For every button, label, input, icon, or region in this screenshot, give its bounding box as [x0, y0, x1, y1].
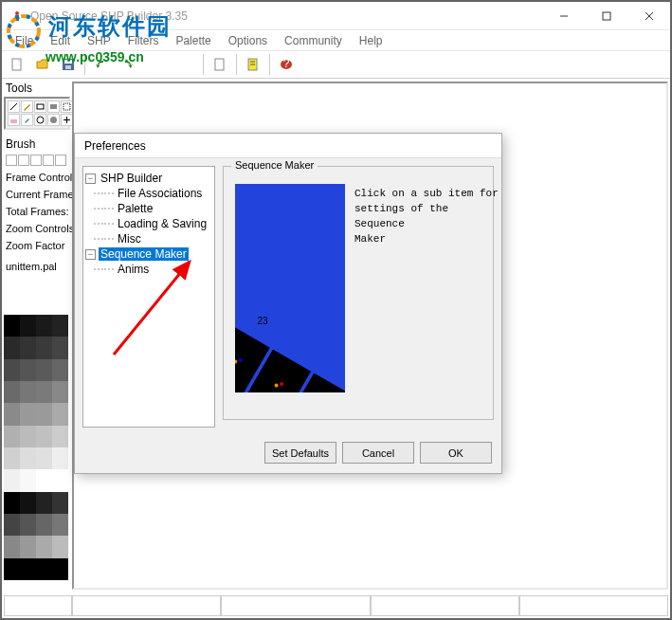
menu-community[interactable]: Community [277, 32, 350, 49]
minimize-button[interactable] [542, 2, 585, 29]
zoom-factor-label: Zoom Factor [4, 236, 70, 253]
collapse-icon[interactable]: − [85, 173, 96, 184]
help-icon[interactable]: ? [275, 53, 298, 76]
status-cell [221, 595, 370, 616]
svg-rect-19 [64, 103, 70, 110]
tool-line-icon[interactable] [8, 100, 20, 113]
tool-erase-icon[interactable] [8, 114, 20, 126]
left-pane: Tools Brush Frame Controls: Current Fram… [4, 80, 70, 274]
undo-icon[interactable] [90, 53, 113, 76]
status-cell [371, 595, 519, 616]
svg-rect-18 [50, 104, 57, 109]
status-cell [4, 595, 72, 616]
brush-size-2[interactable] [18, 155, 29, 166]
tree-label: Misc [116, 232, 143, 246]
sequence-maker-group: Sequence Maker 30 23 Click on a sub item… [223, 166, 494, 420]
svg-point-0 [15, 11, 19, 15]
new-file-icon[interactable] [6, 53, 28, 76]
tree-node-sequence-maker[interactable]: − Sequence Maker [85, 246, 212, 262]
tree-label-selected: Sequence Maker [99, 247, 189, 261]
palette-filename: unittem.pal [4, 259, 70, 274]
palette[interactable] [4, 315, 68, 580]
toolbar-separator [84, 54, 85, 75]
tools-label: Tools [4, 80, 70, 97]
maximize-button[interactable] [585, 2, 627, 29]
tree-branch-icon: ⋯⋯ [93, 232, 114, 246]
tool-fillrect-icon[interactable] [47, 100, 60, 113]
redo-icon[interactable] [116, 53, 138, 76]
tree-node-anims[interactable]: ⋯⋯Anims [85, 262, 212, 277]
tool-circle-icon[interactable] [34, 114, 46, 126]
tool-dropper-icon[interactable] [21, 114, 33, 126]
new-doc-icon[interactable] [209, 53, 231, 76]
status-cell [519, 595, 668, 616]
brush-size-4[interactable] [43, 155, 54, 166]
toolbar-separator [236, 54, 237, 75]
svg-rect-20 [10, 119, 17, 123]
preferences-icon[interactable] [242, 53, 264, 76]
tree-label: Loading & Saving [116, 217, 209, 230]
collapse-icon[interactable]: − [85, 249, 96, 260]
menu-shp[interactable]: SHP [80, 32, 118, 49]
svg-rect-8 [64, 60, 72, 64]
tools-grid [4, 97, 70, 130]
groupbox-label: Sequence Maker [231, 159, 318, 171]
svg-point-28 [279, 381, 283, 386]
open-file-icon[interactable] [31, 53, 54, 76]
titlebar: Open Source SHP Builder 3.35 [2, 2, 670, 30]
menu-file[interactable]: File [8, 32, 41, 49]
menu-options[interactable]: Options [221, 32, 275, 49]
statusbar [4, 595, 668, 616]
cancel-button[interactable]: Cancel [342, 442, 414, 464]
tree-branch-icon: ⋯⋯ [93, 217, 114, 230]
save-icon[interactable] [57, 53, 80, 76]
tree-node-file-assoc[interactable]: ⋯⋯File Associations [85, 186, 212, 201]
menubar: File Edit SHP Filters Palette Options Co… [2, 30, 670, 50]
toolbar-separator [203, 54, 204, 75]
tree-node-misc[interactable]: ⋯⋯Misc [85, 231, 212, 246]
toolbar: ? [2, 50, 670, 79]
tree-node-palette[interactable]: ⋯⋯Palette [85, 201, 212, 216]
close-button[interactable] [627, 2, 670, 29]
sequence-preview: 30 23 [235, 184, 345, 392]
svg-rect-3 [603, 12, 610, 20]
zoom-controls-label: Zoom Controls: [4, 219, 70, 236]
tree-branch-icon: ⋯⋯ [93, 202, 114, 215]
svg-point-27 [274, 383, 279, 388]
tree-node-shp-builder[interactable]: − SHP Builder [85, 171, 212, 186]
tool-fillcircle-icon[interactable] [47, 114, 60, 126]
window-title: Open Source SHP Builder 3.35 [30, 9, 542, 23]
preferences-panel: Sequence Maker 30 23 Click on a sub item… [223, 166, 494, 428]
toolbar-separator [269, 54, 270, 75]
menu-help[interactable]: Help [352, 32, 390, 49]
ok-button[interactable]: OK [420, 442, 492, 464]
total-frames-label: Total Frames: [4, 202, 70, 219]
brush-size-1[interactable] [6, 155, 17, 166]
brush-size-3[interactable] [30, 155, 42, 166]
svg-point-25 [235, 359, 238, 364]
brush-row [4, 153, 70, 168]
status-cell [72, 595, 221, 616]
tree-branch-icon: ⋯⋯ [93, 263, 114, 276]
tool-pencil-icon[interactable] [21, 100, 33, 113]
svg-rect-17 [37, 104, 44, 109]
current-frame-label: Current Frame: [4, 185, 70, 202]
set-defaults-button[interactable]: Set Defaults [264, 442, 336, 464]
brush-size-5[interactable] [55, 155, 66, 166]
tree-label: Anims [116, 263, 151, 276]
menu-filters[interactable]: Filters [120, 32, 167, 49]
preferences-tree[interactable]: − SHP Builder ⋯⋯File Associations ⋯⋯Pale… [82, 166, 215, 428]
svg-rect-9 [65, 65, 71, 69]
tree-branch-icon: ⋯⋯ [93, 187, 114, 200]
svg-point-26 [238, 357, 243, 362]
brush-label: Brush [4, 136, 70, 153]
menu-palette[interactable]: Palette [168, 32, 218, 49]
frame-controls-label: Frame Controls: [4, 168, 70, 185]
preferences-dialog: Preferences − SHP Builder ⋯⋯File Associa… [74, 133, 502, 474]
menu-edit[interactable]: Edit [43, 32, 78, 49]
svg-rect-10 [215, 59, 224, 70]
tree-node-loading[interactable]: ⋯⋯Loading & Saving [85, 216, 212, 231]
sequence-help-text: Click on a sub item for settings of the … [354, 186, 499, 246]
svg-text:?: ? [283, 57, 290, 70]
tool-rect-icon[interactable] [34, 100, 46, 113]
